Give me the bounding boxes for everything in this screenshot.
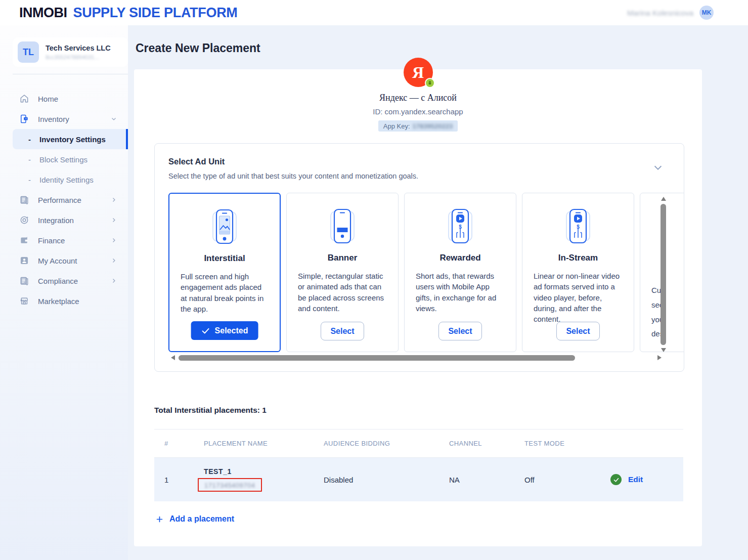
horizontal-scroll-thumb[interactable] [179,355,575,361]
sub-item-label: Inventory Settings [39,135,106,144]
user-avatar[interactable]: MK [699,6,714,20]
horizontal-scrollbar[interactable] [171,355,662,361]
chevron-right-icon [111,197,117,203]
app-header: Я Яндекс — с Алисой ID: com.yandex.searc… [134,58,702,132]
ad-card-title: In-Stream [522,253,634,263]
sidebar-item-label: Marketplace [38,297,79,306]
add-placement-link[interactable]: Add a placement [155,514,234,524]
logo-platform: SUPPLY SIDE PLATFORM [73,5,238,21]
svg-text:$: $ [577,224,580,230]
report-icon [19,195,29,205]
sub-item-label: Block Settings [39,155,87,164]
table-header-row: # PLACEMENT NAME AUDIENCE BIDDING CHANNE… [154,429,683,458]
placement-id-highlight-box: 1717345409704 [198,478,262,492]
yandex-letter: Я [412,64,424,80]
channel-value: NA [449,476,524,484]
test-mode-value: Off [524,476,610,484]
rewarded-video-icon: $ [439,206,481,247]
ad-card-in-stream[interactable]: $ In-Stream Linear or non-linear video a… [522,193,634,352]
sidebar-item-compliance[interactable]: Compliance [0,271,128,291]
page-title: Create New Placement [136,41,260,55]
select-button[interactable]: Select [438,322,482,340]
app-key-label: App Key: [383,122,410,130]
document-icon [19,276,29,286]
scroll-up-arrow[interactable] [661,197,666,201]
sidebar-item-finance[interactable]: Finance [0,230,128,250]
col-header-audience-bidding: AUDIENCE BIDDING [324,440,449,447]
top-header: INMOBI SUPPLY SIDE PLATFORM Marina Koles… [0,0,748,25]
add-placement-label: Add a placement [169,514,234,524]
person-icon [19,255,29,266]
plus-icon [155,515,164,524]
target-icon [19,215,29,225]
scroll-left-arrow[interactable] [171,355,175,360]
sub-item-dash: - [28,155,31,164]
banner-phone-icon [321,206,364,247]
sidebar-item-label: Integration [38,216,74,225]
placements-table: # PLACEMENT NAME AUDIENCE BIDDING CHANNE… [154,429,683,501]
app-key-value: 17839520223 [413,122,453,130]
ad-card-rewarded[interactable]: $ Rewarded Short ads, that rewards users… [404,193,516,352]
sidebar-item-label: Inventory [38,115,69,123]
scroll-down-arrow[interactable] [661,348,666,352]
col-header-test-mode: TEST MODE [524,440,610,447]
scroll-right-arrow[interactable] [657,355,662,360]
sidebar-item-inventory[interactable]: Inventory [0,109,128,129]
app-logo: INMOBI SUPPLY SIDE PLATFORM [19,5,238,21]
select-button[interactable]: Select [556,322,600,340]
ad-card-title: Rewarded [405,253,516,263]
select-button[interactable]: Select [321,322,364,340]
vertical-scroll-thumb[interactable] [661,204,666,345]
sidebar-item-label: Compliance [38,277,78,285]
user-name: Marina Kolesnicova [627,9,693,17]
status-check-icon [610,474,622,485]
sidebar-item-performance[interactable]: Performance [0,190,128,210]
sidebar-item-inventory-settings[interactable]: - Inventory Settings [13,129,128,149]
placement-id: 1717345409704 [204,482,255,489]
sidebar-item-home[interactable]: Home [0,89,128,109]
vertical-scrollbar[interactable] [660,197,667,352]
panel-title: Select Ad Unit [168,157,225,166]
chevron-right-icon [111,237,117,243]
chevron-right-icon [111,257,117,264]
collapse-chevron-icon[interactable] [652,162,664,173]
sidebar-item-marketplace[interactable]: Marketplace [0,291,128,311]
panel-subtitle: Select the type of ad unit that best sui… [168,172,418,180]
sidebar-item-my-account[interactable]: My Account [0,250,128,271]
org-card[interactable]: TL Tech Services LLC 8cc3552478894031... [13,37,128,67]
audience-bidding-value: Disabled [324,476,449,484]
sidebar-item-integration[interactable]: Integration [0,210,128,230]
chevron-down-icon [111,116,117,122]
edit-link[interactable]: Edit [628,475,643,484]
ad-card-description: Short ads, that rewards users with Mobil… [416,271,506,314]
org-name: Tech Services LLC [46,44,111,52]
yandex-app-icon: Я [404,58,433,87]
select-ad-unit-panel: Select Ad Unit Select the type of ad uni… [154,143,684,372]
interstitial-phone-icon [203,207,246,247]
ad-card-description: Full screen and high engagement ads plac… [181,271,270,314]
ad-card-interstitial[interactable]: Interstitial Full screen and high engage… [168,193,281,352]
ad-card-description: Simple, rectangular static or animated a… [298,271,388,314]
sidebar-item-label: Performance [38,196,81,204]
ad-card-title: Interstitial [169,253,280,264]
org-avatar: TL [18,41,39,63]
sidebar-item-identity-settings[interactable]: - Identity Settings [0,169,128,190]
user-menu[interactable]: Marina Kolesnicova MK [627,6,714,20]
org-account-id: 8cc3552478894031... [46,54,111,60]
ad-card-banner[interactable]: Banner Simple, rectangular static or ani… [286,193,399,352]
sidebar-nav: Home Inventory - Inventory Settings - Bl… [0,89,128,311]
android-badge-icon [425,78,435,88]
selected-button[interactable]: Selected [191,321,258,340]
storefront-icon [19,296,29,306]
sidebar-divider [13,74,128,74]
sidebar-item-block-settings[interactable]: - Block Settings [0,149,128,169]
sidebar-item-label: Home [38,95,58,103]
row-actions: Edit [610,474,683,485]
home-icon [19,94,29,104]
ad-unit-cards-scroller: Interstitial Full screen and high engage… [155,193,684,353]
wallet-icon [19,235,29,245]
col-header-num: # [164,440,204,447]
table-row: 1 TEST_1 1717345409704 Disabled NA Off E… [154,458,683,501]
sidebar-item-label: Finance [38,236,65,245]
logo-inmobi: INMOBI [19,5,67,21]
